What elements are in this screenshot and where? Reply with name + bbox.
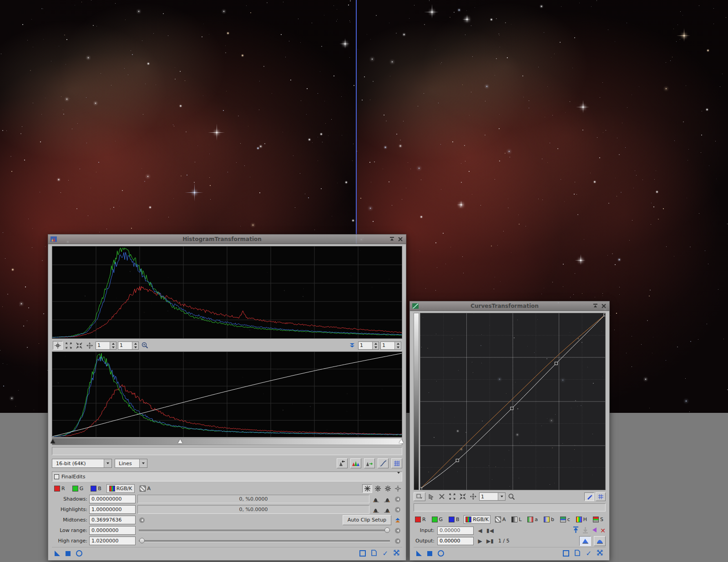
edit-mode-dropdown-button[interactable]: [414, 492, 425, 501]
highlights-slider-marker[interactable]: [399, 439, 404, 443]
shade-icon[interactable]: [388, 236, 395, 242]
chevron-down-icon[interactable]: [498, 493, 505, 500]
show-mtf-curve-button[interactable]: [378, 458, 389, 468]
chevron-down-icon[interactable]: [397, 474, 400, 480]
browse-documentation-icon[interactable]: [563, 550, 569, 557]
spin-down-icon[interactable]: [110, 346, 116, 349]
reset-histogram-zoom-button[interactable]: [337, 458, 348, 468]
plot-style-dropdown[interactable]: Lines: [115, 459, 147, 468]
next-point-icon[interactable]: ▶: [476, 538, 484, 544]
spin-down-icon[interactable]: [132, 346, 138, 349]
channel-button-a[interactable]: A: [494, 516, 507, 523]
channel-button-g[interactable]: G: [430, 516, 445, 523]
low-range-input[interactable]: [89, 526, 136, 535]
output-histogram-plot[interactable]: [52, 246, 402, 339]
vertical-zoom-value[interactable]: 1: [118, 342, 132, 349]
slider-track[interactable]: [139, 530, 390, 532]
raw-histogram-toggle-icon[interactable]: [373, 484, 382, 492]
process-instance-row[interactable]: FinalEdits: [52, 472, 402, 482]
channel-button-g[interactable]: G: [70, 485, 86, 492]
show-all-curves-button[interactable]: [362, 484, 372, 493]
expand-view-icon[interactable]: [448, 492, 457, 501]
new-instance-icon[interactable]: [416, 551, 422, 556]
shrink-view-icon[interactable]: [458, 492, 467, 501]
low-range-slider[interactable]: [139, 527, 390, 534]
new-instance-icon[interactable]: [55, 551, 60, 556]
akima-interpolation-button[interactable]: [579, 536, 591, 546]
show-grid-button[interactable]: [596, 492, 606, 501]
highlights-input[interactable]: [89, 505, 136, 514]
pan-mode-icon[interactable]: [85, 341, 94, 350]
output-field[interactable]: [437, 537, 474, 545]
channel-button-rgb-k[interactable]: RGB/K: [106, 484, 135, 493]
histogram-options-icon[interactable]: [383, 484, 392, 492]
curves-plot[interactable]: [420, 313, 606, 490]
apply-icon[interactable]: [66, 551, 71, 556]
auto-clip-setup-button[interactable]: Auto Clip Setup: [343, 515, 391, 525]
channel-button-b[interactable]: B: [88, 485, 104, 492]
midtones-reset-icon[interactable]: [137, 516, 147, 524]
channel-button-b[interactable]: B: [447, 516, 461, 523]
first-point-icon[interactable]: ▮◀: [486, 527, 494, 534]
lock-output-histogram-button[interactable]: [364, 458, 375, 468]
highlights-clip-icon[interactable]: [371, 506, 380, 514]
bit-depth-dropdown[interactable]: 16-bit (64K): [52, 459, 112, 468]
edit-instance-icon[interactable]: [575, 550, 580, 557]
spin-down-icon[interactable]: [373, 346, 379, 349]
curves-zoom-spinbox[interactable]: 1: [479, 492, 506, 501]
channel-button-a[interactable]: A: [137, 485, 153, 492]
execute-icon[interactable]: ✓: [586, 549, 592, 557]
store-curve-icon[interactable]: [572, 527, 579, 535]
shadows-slider-marker[interactable]: [51, 439, 55, 443]
chevron-down-icon[interactable]: [104, 459, 111, 467]
spin-buttons[interactable]: [132, 342, 138, 349]
delete-point-mode-icon[interactable]: [437, 492, 446, 501]
right-horizontal-zoom-spinbox[interactable]: 1: [358, 341, 379, 350]
right-horizontal-zoom-value[interactable]: 1: [359, 342, 372, 349]
high-range-input[interactable]: [89, 537, 136, 545]
channel-button-r[interactable]: R: [414, 516, 427, 523]
spin-down-icon[interactable]: [395, 346, 401, 349]
channel-button-r[interactable]: R: [52, 485, 67, 492]
shadows-input[interactable]: [89, 495, 136, 503]
zoom-in-icon[interactable]: [140, 341, 149, 350]
histogram-dialog-titlebar[interactable]: HistogramTransformation: [48, 234, 406, 244]
shade-icon[interactable]: [592, 303, 599, 309]
shadows-clip-icon[interactable]: [371, 495, 380, 503]
edit-curve-button[interactable]: [584, 492, 594, 501]
channel-button-a[interactable]: a: [526, 516, 539, 523]
slider-track[interactable]: [139, 540, 390, 542]
high-range-reset-icon[interactable]: [393, 537, 402, 545]
close-icon[interactable]: [397, 236, 404, 242]
channel-button-h[interactable]: H: [575, 516, 588, 523]
highlights-reset-icon[interactable]: [393, 506, 402, 514]
apply-icon[interactable]: [427, 551, 432, 556]
pan-mode-icon[interactable]: [469, 492, 478, 501]
channel-button-rgb-k[interactable]: RGB/K: [464, 515, 490, 524]
reverse-curve-icon[interactable]: [592, 527, 597, 534]
restore-curve-icon[interactable]: [582, 527, 589, 535]
shadows-reset-icon[interactable]: [393, 495, 402, 503]
channel-button-s[interactable]: S: [592, 516, 605, 523]
execute-icon[interactable]: ✓: [382, 549, 388, 557]
spin-up-icon[interactable]: [132, 342, 138, 346]
zoom-icon[interactable]: [507, 492, 516, 501]
last-point-icon[interactable]: ▶▮: [486, 538, 494, 544]
right-vertical-zoom-value[interactable]: 1: [381, 342, 394, 349]
slider-thumb[interactable]: [384, 527, 390, 533]
spin-buttons[interactable]: [372, 342, 379, 349]
horizontal-zoom-value[interactable]: 1: [96, 342, 110, 349]
auto-clip-icon[interactable]: [393, 516, 402, 524]
shrink-view-icon[interactable]: [75, 341, 84, 350]
edit-instance-icon[interactable]: [371, 550, 377, 557]
close-icon[interactable]: [600, 303, 607, 309]
curves-zoom-value[interactable]: 1: [480, 493, 498, 500]
realtime-preview-icon[interactable]: [76, 550, 82, 557]
realtime-preview-icon[interactable]: [438, 550, 444, 557]
midtones-slider-marker[interactable]: [178, 439, 182, 443]
chevron-down-icon[interactable]: [139, 459, 147, 467]
high-range-slider[interactable]: [139, 537, 390, 544]
select-point-mode-icon[interactable]: [427, 492, 436, 501]
spin-buttons[interactable]: [394, 342, 401, 349]
shadows-clip-restore-icon[interactable]: [382, 495, 391, 503]
